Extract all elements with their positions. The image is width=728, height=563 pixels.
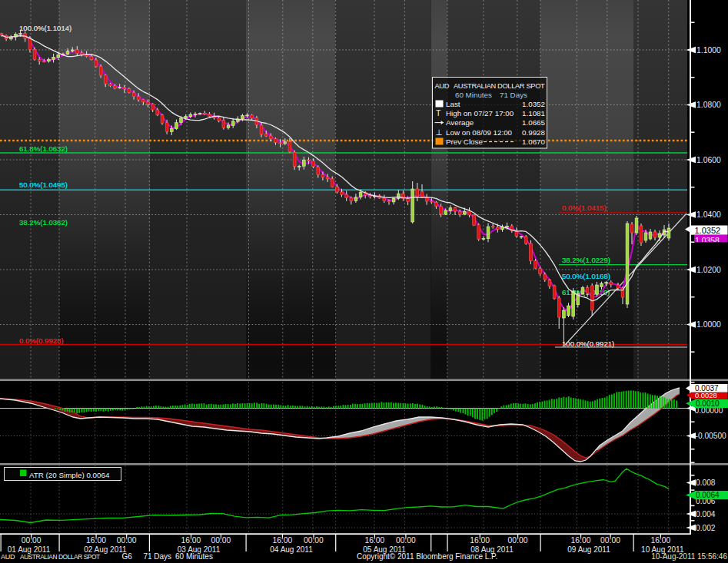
svg-text:1.0670: 1.0670	[522, 137, 546, 146]
svg-text:AUD: AUD	[1, 553, 15, 561]
svg-text:16:00: 16:00	[364, 536, 384, 545]
svg-text:60 Minutes: 60 Minutes	[175, 552, 213, 561]
svg-text:71 Days: 71 Days	[143, 552, 171, 561]
svg-text:00:00: 00:00	[22, 536, 42, 545]
svg-text:AUSTRALIAN DOLLAR SPOT: AUSTRALIAN DOLLAR SPOT	[20, 553, 100, 561]
svg-text:Copyright© 2011 Bloomberg Fina: Copyright© 2011 Bloomberg Finance L.P.	[357, 552, 497, 561]
svg-text:16:00: 16:00	[650, 536, 670, 545]
svg-text:-0.00500: -0.00500	[696, 432, 727, 440]
svg-text:61.8%(1.0632): 61.8%(1.0632)	[19, 144, 68, 153]
svg-text:High on 07/27 17:00: High on 07/27 17:00	[446, 109, 514, 118]
svg-text:0.0028: 0.0028	[695, 391, 717, 399]
svg-text:0.002: 0.002	[696, 524, 716, 532]
svg-text:Average: Average	[446, 118, 474, 127]
svg-text:AUD: AUD	[435, 82, 450, 90]
svg-text:00:00: 00:00	[600, 536, 620, 545]
svg-text:16:00: 16:00	[470, 536, 490, 545]
svg-text:100.0%(0.9921): 100.0%(0.9921)	[562, 339, 614, 348]
svg-text:AUSTRALIAN DOLLAR SPOT: AUSTRALIAN DOLLAR SPOT	[454, 82, 545, 90]
svg-text:16:00: 16:00	[86, 536, 106, 545]
svg-text:1.0352: 1.0352	[522, 100, 545, 108]
svg-text:38.2%(1.0362): 38.2%(1.0362)	[19, 218, 68, 227]
svg-text:1.0600: 1.0600	[696, 156, 721, 164]
svg-text:09 Aug 2011: 09 Aug 2011	[567, 545, 610, 554]
svg-text:1.1000: 1.1000	[696, 46, 721, 55]
svg-text:Prev Close: Prev Close	[446, 137, 483, 146]
svg-text:00:00: 00:00	[508, 536, 528, 545]
svg-text:1.0400: 1.0400	[696, 210, 721, 219]
svg-text:16:00: 16:00	[181, 536, 201, 545]
svg-text:00:00: 00:00	[211, 536, 231, 545]
svg-text:0.008: 0.008	[696, 479, 716, 487]
svg-text:ATR (20 Simple) 0.0064: ATR (20 Simple) 0.0064	[29, 471, 110, 479]
svg-text:T: T	[436, 108, 441, 118]
svg-text:0.9928: 0.9928	[522, 128, 546, 137]
svg-text:0.0064: 0.0064	[696, 491, 720, 499]
svg-text:0.0010: 0.0010	[696, 399, 720, 408]
svg-text:16:00: 16:00	[272, 536, 292, 545]
svg-text:04 Aug 2011: 04 Aug 2011	[270, 545, 313, 554]
svg-text:01 Aug 2011: 01 Aug 2011	[8, 545, 51, 554]
svg-text:1.0665: 1.0665	[522, 118, 546, 127]
svg-text:00:00: 00:00	[396, 536, 416, 545]
svg-text:10-Aug-2011 15:56:46: 10-Aug-2011 15:56:46	[651, 552, 727, 561]
svg-text:00:00: 00:00	[117, 536, 137, 545]
svg-text:1.0352: 1.0352	[695, 226, 721, 235]
svg-text:Low on 08/09 12:00: Low on 08/09 12:00	[446, 128, 513, 137]
svg-text:60 Minutes: 60 Minutes	[455, 91, 492, 99]
svg-text:⊥: ⊥	[436, 128, 443, 137]
svg-text:100.0%(1.1014): 100.0%(1.1014)	[19, 24, 71, 32]
svg-text:0.0%(1.0415): 0.0%(1.0415)	[562, 204, 607, 212]
svg-text:1.0200: 1.0200	[696, 266, 721, 274]
svg-text:0.004: 0.004	[696, 510, 716, 518]
svg-text:50.0%(1.0495): 50.0%(1.0495)	[19, 180, 68, 189]
svg-text:1.1081: 1.1081	[522, 109, 545, 118]
svg-text:38.2%(1.0229): 38.2%(1.0229)	[562, 256, 610, 264]
svg-text:G6: G6	[122, 552, 133, 561]
svg-text:16:00: 16:00	[571, 536, 591, 545]
svg-text:50.0%(1.0168): 50.0%(1.0168)	[562, 272, 610, 280]
svg-text:00:00: 00:00	[304, 536, 324, 545]
svg-text:02 Aug 2011: 02 Aug 2011	[84, 545, 127, 554]
svg-text:71 Days: 71 Days	[500, 91, 527, 99]
svg-text:Last: Last	[446, 100, 460, 108]
svg-text:1.0000: 1.0000	[696, 320, 721, 329]
svg-text:1.0800: 1.0800	[696, 101, 721, 109]
svg-text:0.0%(0.9928): 0.0%(0.9928)	[19, 336, 64, 345]
